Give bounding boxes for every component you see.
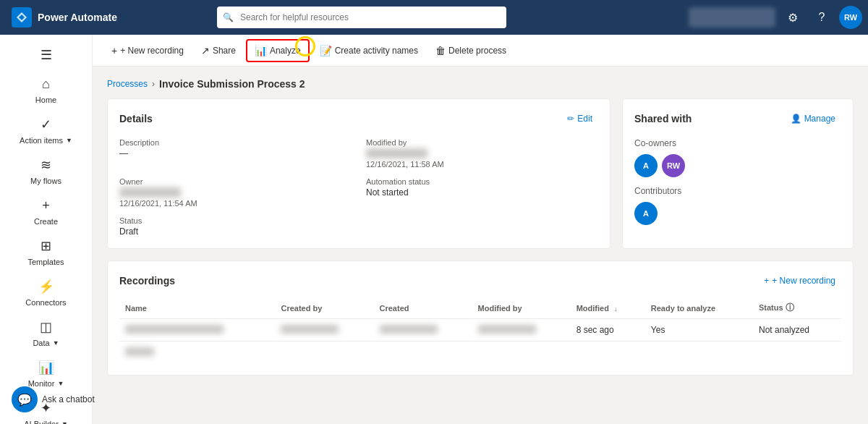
shared-with-title: Shared with <box>634 113 692 124</box>
col-created-by: Created by <box>275 297 373 319</box>
automation-status-value: Not started <box>366 187 598 198</box>
modified-by-blurred: ██████████ <box>366 148 427 158</box>
cell-modified: 8 sec ago <box>571 319 645 342</box>
contributor-avatar-1[interactable]: A <box>634 202 658 225</box>
detail-status: Status Draft <box>119 216 352 237</box>
manage-icon: 👤 <box>791 114 801 124</box>
sidebar-label-home: Home <box>35 96 56 104</box>
new-recording-label: + New recording <box>120 46 184 56</box>
sidebar-item-my-flows[interactable]: ≋ My flows <box>0 150 92 191</box>
chevron-down-icon-ai: ▼ <box>61 420 68 424</box>
cell-empty-2 <box>374 342 472 364</box>
edit-icon: ✏ <box>567 114 574 124</box>
content-inner: Processes › Invoice Submission Process 2… <box>93 67 868 387</box>
status-label: Status <box>119 216 352 225</box>
sidebar-label-data: Data <box>33 339 49 347</box>
share-label: Share <box>213 46 236 56</box>
chatbot-label: Ask a chatbot <box>42 386 95 412</box>
details-grid: Description — Modified by ██████████ 12/… <box>119 138 598 237</box>
info-icon[interactable]: ⓘ <box>786 302 794 313</box>
search-icon: 🔍 <box>223 12 234 22</box>
sidebar-item-data[interactable]: ◫ Data ▼ <box>0 313 92 353</box>
sidebar-item-hamburger[interactable]: ☰ <box>0 41 92 69</box>
owner-value: ██████████ <box>119 187 352 198</box>
sidebar-item-action-items[interactable]: ✓ Action items ▼ <box>0 110 92 150</box>
edit-button[interactable]: ✏ Edit <box>561 111 598 127</box>
co-owner-avatar-1[interactable]: A <box>634 154 658 177</box>
analyze-icon: 📊 <box>255 45 267 56</box>
analyze-wrapper: 📊 Analyze <box>246 39 310 62</box>
app-name: Power Automate <box>38 12 117 23</box>
details-header: Details ✏ Edit <box>119 111 598 127</box>
new-recording-table-button[interactable]: + + New recording <box>758 273 841 289</box>
recordings-header: Recordings + + New recording <box>119 273 841 289</box>
cell-name: ████████████████ <box>119 319 275 342</box>
search-input[interactable] <box>217 7 506 28</box>
recordings-title: Recordings <box>119 275 175 287</box>
col-name: Name <box>119 297 275 319</box>
panels-row: Details ✏ Edit Description — <box>107 98 854 249</box>
connectors-icon: ⚡ <box>38 278 55 295</box>
co-owner-avatar-2[interactable]: RW <box>662 154 685 177</box>
sidebar-item-home[interactable]: ⌂ Home <box>0 69 92 110</box>
breadcrumb-parent[interactable]: Processes <box>107 79 148 89</box>
detail-owner: Owner ██████████ 12/16/2021, 11:54 AM <box>119 177 352 208</box>
details-panel: Details ✏ Edit Description — <box>107 98 610 249</box>
search-bar: 🔍 <box>217 7 506 28</box>
help-button[interactable]: ? <box>810 6 833 29</box>
sidebar-label-action-items: Action items <box>20 136 63 145</box>
shared-with-panel: Shared with 👤 Manage Co-owners A RW Cont… <box>622 98 854 249</box>
col-ready: Ready to analyze <box>645 297 753 319</box>
templates-icon: ⊞ <box>38 237 55 255</box>
name-blurred: ████████████████ <box>125 325 224 334</box>
created-blurred: ████████ <box>380 325 438 334</box>
sidebar-label-ai-builder: AI Builder <box>24 420 59 424</box>
sidebar-item-templates[interactable]: ⊞ Templates <box>0 232 92 272</box>
home-icon: ⌂ <box>38 75 55 93</box>
recordings-table-head: Name Created by Created Modified by Modi… <box>119 297 841 319</box>
hamburger-icon: ☰ <box>38 46 55 64</box>
my-flows-icon: ≋ <box>38 156 55 174</box>
cell-empty-5 <box>645 342 753 364</box>
recordings-header-row: Name Created by Created Modified by Modi… <box>119 297 841 319</box>
manage-button[interactable]: 👤 Manage <box>785 111 841 127</box>
sidebar-item-connectors[interactable]: ⚡ Connectors <box>0 272 92 313</box>
col-modified[interactable]: Modified ↓ <box>571 297 645 319</box>
table-row-2: ████ <box>119 342 841 364</box>
create-icon: + <box>38 197 55 214</box>
chatbot-button[interactable]: 💬 <box>12 386 38 412</box>
app-logo[interactable]: Power Automate <box>6 7 123 27</box>
name-blurred-2: ████ <box>125 347 154 356</box>
shared-with-header: Shared with 👤 Manage <box>634 111 841 127</box>
sidebar-label-create: Create <box>34 217 58 226</box>
analyze-button[interactable]: 📊 Analyze <box>246 39 310 62</box>
cell-empty-6 <box>753 342 841 364</box>
share-button[interactable]: ↗ Share <box>194 41 243 61</box>
col-created: Created <box>374 297 472 319</box>
action-items-icon: ✓ <box>38 116 55 133</box>
analyze-label: Analyze <box>270 46 301 56</box>
sort-icon: ↓ <box>614 305 618 313</box>
cell-ready: Yes <box>645 319 753 342</box>
modified-by-cell-blurred: ████████ <box>478 325 536 334</box>
owner-label: Owner <box>119 177 352 186</box>
co-owners-label: Co-owners <box>634 138 841 148</box>
table-row: ████████████████ ████████ ████████ █████… <box>119 319 841 342</box>
sidebar-label-connectors: Connectors <box>25 298 66 307</box>
detail-automation-status: Automation status Not started <box>366 177 598 208</box>
recordings-table: Name Created by Created Modified by Modi… <box>119 297 841 363</box>
user-avatar[interactable]: RW <box>839 6 862 29</box>
delete-process-button[interactable]: 🗑 Delete process <box>428 41 514 61</box>
create-activity-button[interactable]: 📝 Create activity names <box>312 41 425 61</box>
breadcrumb: Processes › Invoice Submission Process 2 <box>107 78 854 90</box>
created-by-blurred: ████████ <box>281 325 339 334</box>
new-recording-button[interactable]: + + New recording <box>104 41 191 61</box>
sidebar-item-create[interactable]: + Create <box>0 191 92 232</box>
owner-blurred: ██████████ <box>119 187 181 198</box>
create-activity-label: Create activity names <box>335 46 418 56</box>
main-area: + + New recording ↗ Share 📊 Analyze 📝 Cr… <box>93 35 868 424</box>
top-nav-right: ⚙ ? RW <box>689 6 862 29</box>
settings-button[interactable]: ⚙ <box>781 6 804 29</box>
cell-created: ████████ <box>374 319 472 342</box>
breadcrumb-separator: › <box>152 79 155 89</box>
